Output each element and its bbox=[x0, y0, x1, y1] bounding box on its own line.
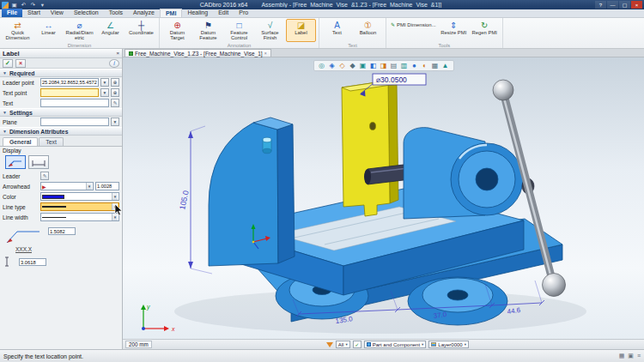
cancel-button[interactable]: × bbox=[15, 59, 26, 68]
handle-ball-bottom[interactable] bbox=[543, 274, 566, 297]
view-right-icon[interactable]: ▤ bbox=[390, 62, 398, 69]
view-top-icon[interactable]: ▣ bbox=[359, 62, 368, 69]
quickaccess-menu-icon[interactable]: ▾ bbox=[39, 2, 46, 9]
leader-point-pick-icon[interactable]: ⊕ bbox=[111, 78, 119, 87]
tab-file[interactable]: File bbox=[2, 9, 22, 17]
radial-dimension-button[interactable]: ⌀ Radial/Diam etric bbox=[64, 19, 94, 42]
tab-analyze[interactable]: Analyze bbox=[128, 9, 160, 17]
angular-dimension-button[interactable]: ∠ Angular bbox=[95, 19, 125, 42]
tab-pro[interactable]: Pro bbox=[234, 9, 253, 17]
plane-input[interactable] bbox=[40, 118, 109, 126]
status-menu-icon[interactable]: ≡ bbox=[637, 353, 641, 359]
align-camera-icon[interactable]: ◎ bbox=[318, 62, 326, 69]
tab-healing[interactable]: Healing bbox=[182, 9, 213, 17]
arrowhead-select[interactable]: ▶ ▾ bbox=[40, 182, 94, 190]
text-icon: A bbox=[334, 21, 340, 30]
plane-dropdown-icon[interactable]: ▾ bbox=[111, 118, 119, 126]
maximize-button[interactable]: ▢ bbox=[619, 1, 630, 9]
perspective-icon[interactable]: ◐ bbox=[421, 62, 429, 69]
help-button[interactable]: ? bbox=[595, 1, 606, 9]
confirm-button[interactable]: ✓ bbox=[3, 59, 13, 68]
display-with-leader-button[interactable] bbox=[5, 155, 26, 169]
tab-general[interactable]: General bbox=[3, 137, 38, 146]
layer-combo[interactable]: Layer0000 ▾ bbox=[428, 341, 469, 348]
section-required[interactable]: ▼ Required bbox=[0, 69, 122, 77]
vise-fixed-jaw[interactable] bbox=[209, 118, 295, 266]
fold-length-input[interactable]: 1.5082 bbox=[48, 227, 76, 235]
view-iso-icon[interactable]: ◈ bbox=[328, 62, 337, 69]
selection-mode-icon[interactable]: ▣ bbox=[628, 353, 634, 359]
display-without-leader-button[interactable] bbox=[28, 155, 49, 169]
grid-snap-icon[interactable]: ▦ bbox=[619, 353, 625, 359]
leader-point-dropdown-icon[interactable]: ▾ bbox=[100, 78, 109, 87]
vise-jaw-plate-yellow[interactable] bbox=[342, 81, 398, 216]
text-point-dropdown-icon[interactable]: ▾ bbox=[100, 88, 109, 97]
tab-selection[interactable]: Selection bbox=[69, 9, 104, 17]
color-select[interactable]: ▾ bbox=[40, 192, 119, 201]
ribbon-group-tools: ✎ PMI Dimension... ⇕ Resize PMI ↻ Regen … bbox=[386, 18, 503, 48]
datum-feature-button[interactable]: ⚑ Datum Feature bbox=[193, 19, 223, 42]
document-tab-strip: Free_Machine_Vise_1.Z3 - [Free_Machine_V… bbox=[123, 49, 644, 57]
text-height-input[interactable]: 3.0618 bbox=[19, 258, 46, 266]
section-settings[interactable]: ▼ Settings bbox=[0, 108, 122, 117]
datum-target-button[interactable]: ⊕ Datum Target bbox=[162, 19, 192, 42]
view-back-icon[interactable]: ◆ bbox=[349, 62, 357, 69]
save-icon[interactable]: ▣ bbox=[10, 2, 18, 9]
info-button[interactable]: i bbox=[109, 59, 119, 68]
resize-pmi-button[interactable]: ⇕ Resize PMI bbox=[439, 19, 469, 42]
linear-dimension-button[interactable]: ↔ Linear bbox=[33, 19, 64, 42]
pmi-dimension-icon: ✎ bbox=[391, 21, 395, 27]
line-width-select[interactable]: ▾ bbox=[40, 213, 119, 221]
angular-dimension-icon: ∠ bbox=[106, 21, 114, 30]
view-bottom-icon[interactable]: ◧ bbox=[369, 62, 378, 69]
surface-finish-button[interactable]: √ Surface Finish bbox=[255, 19, 285, 42]
view-left-icon[interactable]: ◨ bbox=[380, 62, 388, 69]
wireframe-mode-icon[interactable]: ● bbox=[410, 62, 419, 69]
tab-view[interactable]: View bbox=[46, 9, 69, 17]
feature-control-button[interactable]: □ Feature Control bbox=[224, 19, 254, 42]
quick-dimension-button[interactable]: ⇄ Quick Dimension bbox=[3, 19, 33, 42]
entity-filter-combo[interactable]: Part and Component ▾ bbox=[364, 341, 427, 348]
tab-tools[interactable]: Tools bbox=[104, 9, 128, 17]
coordinate-dimension-button[interactable]: ┼ Coordinate bbox=[126, 19, 156, 42]
text-button[interactable]: A Text bbox=[322, 19, 352, 42]
minimize-button[interactable]: — bbox=[607, 1, 618, 9]
view-front-icon[interactable]: ◇ bbox=[338, 62, 347, 69]
tab-start[interactable]: Start bbox=[22, 9, 46, 17]
text-edit-icon[interactable]: ✎ bbox=[111, 99, 119, 107]
dimension-height-text[interactable]: 105.0 bbox=[178, 190, 190, 210]
dimension-height[interactable]: 105.0 bbox=[178, 126, 212, 274]
handle-ball-top[interactable] bbox=[493, 80, 513, 100]
label-button[interactable]: ◪ Label bbox=[286, 19, 316, 42]
vise-assembly-model[interactable]: 105.0 ⌀30.0500 bbox=[123, 57, 644, 339]
display-label: Display bbox=[3, 148, 39, 154]
section-dimension-attributes[interactable]: ▼ Dimension Attributes bbox=[0, 127, 122, 136]
shade-mode-icon[interactable]: ▥ bbox=[400, 62, 409, 69]
panel-close-icon[interactable]: × bbox=[116, 51, 119, 56]
leader-point-input[interactable]: 25.2084,32.8652,55.4572 bbox=[40, 78, 99, 87]
tab-attr-text[interactable]: Text bbox=[39, 137, 63, 146]
grid-icon[interactable]: ▦ bbox=[431, 62, 440, 69]
redo-icon[interactable]: ↷ bbox=[29, 2, 37, 9]
diameter-callout-text[interactable]: ⌀30.0500 bbox=[376, 75, 407, 84]
validate-filter-icon[interactable]: ✓ bbox=[353, 341, 361, 348]
selection-filter-combo[interactable]: All ▾ bbox=[336, 341, 350, 348]
section-view-icon[interactable]: ▲ bbox=[441, 62, 450, 69]
tab-close-icon[interactable]: × bbox=[264, 51, 267, 56]
leader-edit-icon[interactable]: ✎ bbox=[40, 172, 49, 180]
undo-icon[interactable]: ↶ bbox=[20, 2, 27, 9]
tab-pmi[interactable]: PMI bbox=[160, 9, 182, 17]
vise-movable-jaw-housing[interactable] bbox=[404, 128, 523, 219]
close-button[interactable]: × bbox=[631, 1, 642, 9]
balloon-button[interactable]: ① Balloon bbox=[353, 19, 383, 42]
arrowhead-size-input[interactable]: 1.0028 bbox=[95, 182, 119, 190]
document-tab[interactable]: Free_Machine_Vise_1.Z3 - [Free_Machine_V… bbox=[125, 49, 271, 57]
model-canvas[interactable]: 105.0 ⌀30.0500 bbox=[123, 57, 644, 339]
pmi-dimension-button[interactable]: ✎ PMI Dimension... bbox=[389, 21, 438, 28]
line-type-select[interactable]: ▾ bbox=[40, 202, 119, 211]
text-point-input[interactable] bbox=[40, 88, 99, 97]
text-input[interactable] bbox=[40, 99, 109, 107]
regen-pmi-button[interactable]: ↻ Regen PMI bbox=[470, 19, 500, 42]
tab-edit[interactable]: Edit bbox=[213, 9, 234, 17]
text-point-pick-icon[interactable]: ⊕ bbox=[111, 88, 119, 97]
